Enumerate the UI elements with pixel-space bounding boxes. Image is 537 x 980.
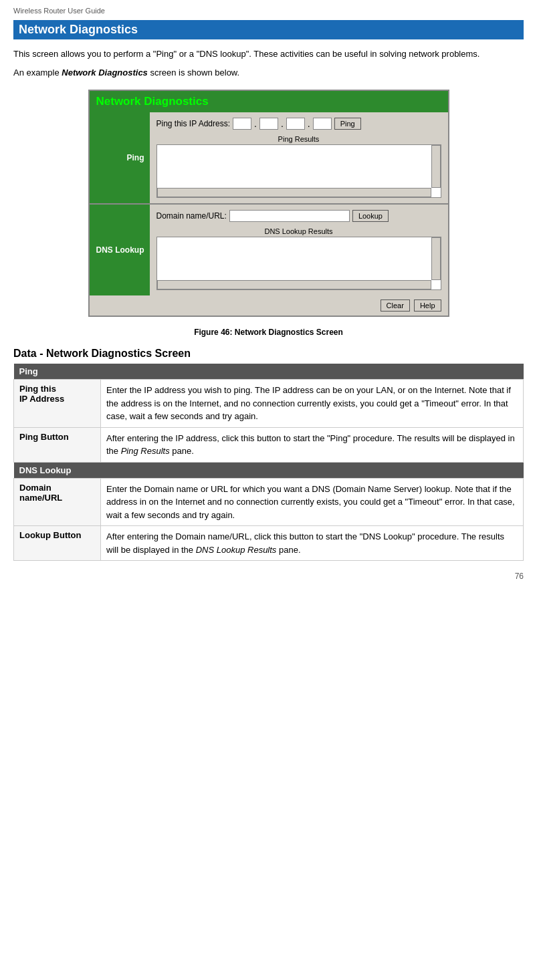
ip-octet-4[interactable] (313, 118, 332, 130)
dns-label: DNS Lookup (90, 205, 150, 295)
field-desc-lookup-button: After entering the Domain name/URL, clic… (101, 526, 524, 561)
ping-label: Ping (90, 112, 150, 203)
intro-para-2: An example Network Diagnostics screen is… (13, 66, 524, 80)
figure-container: Network Diagnostics Ping Ping this IP Ad… (88, 90, 449, 317)
bottom-buttons: Clear Help (90, 295, 448, 316)
ip-octet-3[interactable] (286, 118, 305, 130)
dns-group-header-row: DNS Lookup (14, 462, 524, 478)
clear-button[interactable]: Clear (381, 299, 410, 312)
dns-scrollbar-h[interactable] (157, 280, 431, 289)
dns-results-label: DNS Lookup Results (156, 227, 441, 235)
ip-dot-3: . (308, 118, 310, 129)
table-row: Domainname/URL Enter the Domain name or … (14, 478, 524, 526)
ip-octet-1[interactable] (233, 118, 251, 130)
page-number: 76 (13, 572, 524, 581)
figure-title: Network Diagnostics (96, 95, 209, 108)
field-name-ping-ip: Ping thisIP Address (14, 380, 101, 428)
dns-url-row: Domain name/URL: Lookup (156, 210, 441, 222)
field-desc-ping-ip: Enter the IP address you wish to ping. T… (101, 380, 524, 428)
ip-octet-2[interactable] (259, 118, 278, 130)
dns-results-box: DNS Lookup Results (156, 227, 441, 290)
dns-url-input[interactable] (229, 210, 350, 222)
field-name-lookup-button: Lookup Button (14, 526, 101, 561)
page-header: Wireless Router User Guide (13, 7, 524, 15)
intro-para-1: This screen allows you to perform a "Pin… (13, 47, 524, 61)
dns-scrollbar-v[interactable] (431, 237, 441, 280)
ping-results-label: Ping Results (156, 135, 441, 143)
ping-ip-label: Ping this IP Address: (156, 119, 231, 128)
ping-scrollbar-v[interactable] (431, 145, 441, 188)
ping-button[interactable]: Ping (334, 118, 361, 130)
help-button[interactable]: Help (414, 299, 441, 312)
dns-results-textarea[interactable] (156, 237, 441, 290)
table-row: Lookup Button After entering the Domain … (14, 526, 524, 561)
ping-row: Ping Ping this IP Address: . . . Ping Pi… (90, 112, 448, 203)
table-row: Ping thisIP Address Enter the IP address… (14, 380, 524, 428)
section-title: Network Diagnostics (13, 20, 524, 39)
field-desc-ping-button: After entering the IP address, click thi… (101, 427, 524, 462)
field-desc-domain: Enter the Domain name or URL for which y… (101, 478, 524, 526)
lookup-button[interactable]: Lookup (352, 210, 389, 222)
field-name-domain: Domainname/URL (14, 478, 101, 526)
ping-results-textarea[interactable] (156, 144, 441, 198)
table-row: Ping Button After entering the IP addres… (14, 427, 524, 462)
data-section-title: Data - Network Diagnostics Screen (13, 348, 524, 360)
ping-ip-row: Ping this IP Address: . . . Ping (156, 118, 441, 130)
dns-group-header: DNS Lookup (14, 462, 524, 478)
ping-content: Ping this IP Address: . . . Ping Ping Re… (150, 112, 448, 203)
dns-row: DNS Lookup Domain name/URL: Lookup DNS L… (90, 205, 448, 295)
dns-content: Domain name/URL: Lookup DNS Lookup Resul… (150, 205, 448, 295)
ip-dot-2: . (281, 118, 284, 129)
ping-group-header-row: Ping (14, 364, 524, 380)
data-table: Ping Ping thisIP Address Enter the IP ad… (13, 364, 524, 561)
figure-caption: Figure 46: Network Diagnostics Screen (13, 328, 524, 337)
dns-url-label: Domain name/URL: (156, 211, 227, 221)
ping-group-header: Ping (14, 364, 524, 380)
ip-dot-1: . (254, 118, 257, 129)
figure-title-bar: Network Diagnostics (90, 91, 448, 112)
ping-scrollbar-h[interactable] (157, 188, 431, 197)
ping-results-box: Ping Results (156, 135, 441, 198)
field-name-ping-button: Ping Button (14, 427, 101, 462)
